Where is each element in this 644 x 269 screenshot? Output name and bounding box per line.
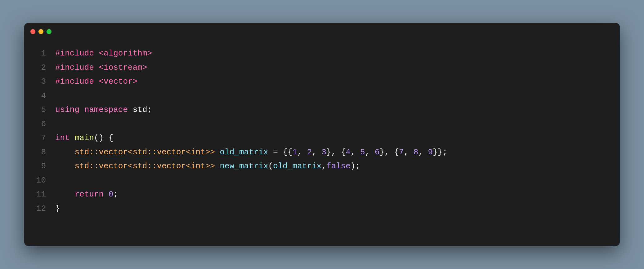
code-line-5: 5 using namespace std; [34, 103, 610, 117]
line-number-8: 8 [34, 145, 46, 160]
line-content-10 [55, 174, 60, 188]
line-number-9: 9 [34, 159, 46, 174]
code-line-2: 2 #include <iostream> [34, 61, 610, 75]
line-number-5: 5 [34, 103, 46, 117]
code-line-4: 4 [34, 89, 610, 103]
code-line-7: 7 int main() { [34, 131, 610, 145]
close-button[interactable] [30, 29, 35, 34]
line-content-1: #include <algorithm> [55, 46, 152, 61]
line-number-4: 4 [34, 89, 46, 103]
line-content-7: int main() { [55, 131, 113, 145]
code-line-12: 12 } [34, 202, 610, 216]
code-line-3: 3 #include <vector> [34, 75, 610, 89]
code-line-8: 8 std::vector<std::vector<int>> old_matr… [34, 145, 610, 160]
line-number-7: 7 [34, 131, 46, 145]
line-number-1: 1 [34, 46, 46, 61]
code-line-9: 9 std::vector<std::vector<int>> new_matr… [34, 159, 610, 174]
line-number-11: 11 [34, 187, 46, 202]
line-content-3: #include <vector> [55, 75, 137, 89]
code-line-1: 1 #include <algorithm> [34, 46, 610, 61]
minimize-button[interactable] [38, 29, 43, 34]
code-line-10: 10 [34, 174, 610, 188]
line-content-8: std::vector<std::vector<int>> old_matrix… [55, 145, 447, 160]
line-content-9: std::vector<std::vector<int>> new_matrix… [55, 159, 360, 174]
line-number-12: 12 [34, 202, 46, 216]
code-window: 1 #include <algorithm> 2 #include <iostr… [24, 23, 620, 246]
traffic-lights [30, 29, 51, 34]
line-number-10: 10 [34, 174, 46, 188]
code-line-6: 6 [34, 117, 610, 131]
line-content-5: using namespace std; [55, 103, 152, 117]
line-content-12: } [55, 202, 60, 216]
line-content-4 [55, 89, 60, 103]
line-number-3: 3 [34, 75, 46, 89]
line-content-11: return 0; [55, 187, 118, 202]
code-editor: 1 #include <algorithm> 2 #include <iostr… [24, 40, 620, 246]
code-line-11: 11 return 0; [34, 187, 610, 202]
line-number-2: 2 [34, 61, 46, 75]
line-number-6: 6 [34, 117, 46, 131]
line-content-6 [55, 117, 60, 131]
titlebar [24, 23, 620, 40]
line-content-2: #include <iostream> [55, 61, 147, 75]
maximize-button[interactable] [47, 29, 51, 34]
